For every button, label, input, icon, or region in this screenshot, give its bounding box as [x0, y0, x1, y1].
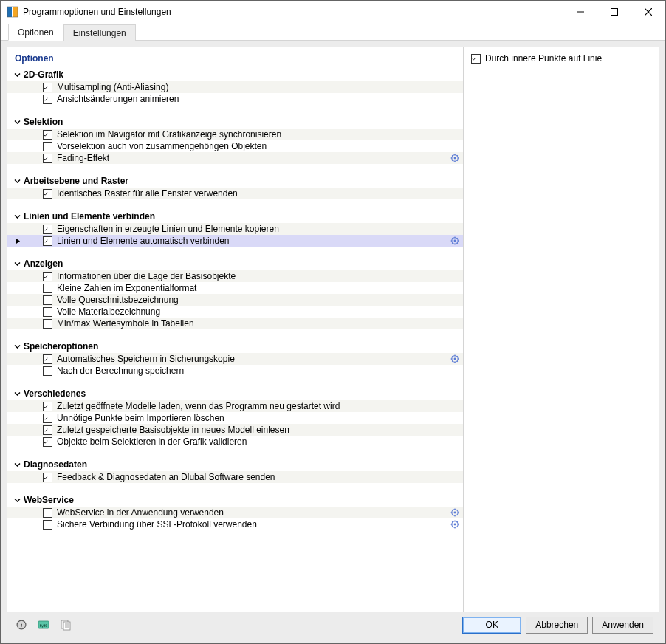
tabstrip: Optionen Einstellungen: [1, 23, 665, 41]
option-row[interactable]: Automatisches Speichern in Sicherungskop…: [7, 353, 463, 365]
option-row[interactable]: Nach der Berechnung speichern: [7, 365, 463, 377]
option-row[interactable]: Volle Querschnittsbezeichnung: [7, 294, 463, 306]
option-row[interactable]: Eigenschaften in erzeugte Linien und Ele…: [7, 223, 463, 235]
group-header[interactable]: Linien und Elemente verbinden: [7, 210, 463, 223]
group-label: Verschiedenes: [24, 388, 86, 399]
chevron-down-icon: [13, 71, 21, 78]
checkbox[interactable]: [43, 83, 52, 92]
option-row[interactable]: Fading-Effekt: [7, 152, 463, 164]
gear-icon[interactable]: [447, 520, 463, 529]
gear-icon[interactable]: [447, 508, 463, 517]
checkbox[interactable]: [43, 354, 52, 364]
cancel-button[interactable]: Abbrechen: [526, 617, 588, 634]
group-header[interactable]: Arbeitsebene und Raster: [7, 174, 463, 188]
ok-button[interactable]: OK: [462, 617, 521, 634]
group-header[interactable]: Verschiedenes: [7, 387, 463, 400]
checkbox[interactable]: [43, 520, 52, 530]
group-header[interactable]: Selektion: [7, 115, 463, 129]
tab-einstellungen[interactable]: Einstellungen: [63, 24, 136, 41]
option-row[interactable]: Informationen über die Lage der Basisobj…: [7, 270, 463, 282]
gear-icon[interactable]: [447, 154, 463, 162]
checkbox[interactable]: [43, 425, 52, 435]
help-icon[interactable]: i: [13, 616, 30, 634]
apply-button[interactable]: Anwenden: [592, 617, 653, 634]
checkbox[interactable]: [43, 307, 52, 317]
panel-title: Optionen: [7, 50, 463, 68]
option-row[interactable]: Identisches Raster für alle Fenster verw…: [7, 188, 463, 199]
group-header[interactable]: WebService: [7, 493, 463, 507]
option-label: Identisches Raster für alle Fenster verw…: [57, 188, 447, 199]
maximize-button[interactable]: [597, 1, 631, 23]
group-header[interactable]: Anzeigen: [7, 257, 463, 270]
svg-line-44: [452, 510, 453, 510]
group-label: Speicheroptionen: [24, 341, 98, 352]
detail-option-row[interactable]: Durch innere Punkte auf Linie: [468, 52, 654, 65]
svg-rect-4: [611, 9, 618, 16]
checkbox[interactable]: [43, 402, 52, 411]
option-row[interactable]: WebService in der Anwendung verwenden: [7, 507, 463, 518]
option-row[interactable]: Linien und Elemente automatisch verbinde…: [7, 235, 463, 247]
gear-icon[interactable]: [447, 236, 463, 245]
svg-rect-64: [63, 622, 70, 630]
option-row[interactable]: Feedback & Diagnosedaten an Dlubal Softw…: [7, 471, 463, 483]
window-title: Programmoptionen und Einstellungen: [23, 7, 563, 17]
group-header[interactable]: Diagnosedaten: [7, 458, 463, 471]
defaults-icon[interactable]: [57, 616, 75, 634]
option-row[interactable]: Zuletzt geöffnete Modelle laden, wenn da…: [7, 400, 463, 412]
checkbox[interactable]: [43, 189, 52, 199]
svg-line-37: [452, 361, 453, 362]
checkbox[interactable]: [43, 295, 52, 305]
tab-optionen[interactable]: Optionen: [8, 24, 63, 41]
checkbox[interactable]: [43, 236, 52, 246]
options-tree[interactable]: Optionen 2D-GrafikMultisampling (Anti-Al…: [7, 47, 464, 612]
checkbox[interactable]: [43, 284, 52, 293]
svg-point-49: [454, 524, 456, 526]
button-label: OK: [486, 620, 498, 630]
option-row[interactable]: Sichere Verbindung über SSL-Protokoll ve…: [7, 518, 463, 530]
option-row[interactable]: Selektion im Navigator mit Grafikanzeige…: [7, 129, 463, 140]
svg-point-29: [454, 358, 456, 360]
checkbox[interactable]: [43, 508, 52, 518]
option-row[interactable]: Unnötige Punkte beim Importieren löschen: [7, 412, 463, 424]
option-label: Objekte beim Selektieren in der Grafik v…: [57, 436, 447, 447]
row-pointer-icon: [12, 239, 24, 244]
checkbox[interactable]: [43, 437, 52, 447]
svg-line-36: [457, 356, 458, 357]
checkbox[interactable]: [43, 225, 52, 234]
checkbox[interactable]: [43, 473, 52, 482]
group-header[interactable]: Speicheroptionen: [7, 340, 463, 353]
svg-marker-17: [16, 239, 20, 244]
option-label: Zuletzt geöffnete Modelle laden, wenn da…: [57, 401, 447, 411]
svg-line-54: [452, 521, 453, 522]
checkbox[interactable]: [43, 95, 52, 104]
option-row[interactable]: Kleine Zahlen im Exponentialformat: [7, 282, 463, 294]
checkbox[interactable]: [43, 414, 52, 423]
option-row[interactable]: Objekte beim Selektieren in der Grafik v…: [7, 436, 463, 448]
option-label: Zuletzt gespeicherte Basisobjekte in neu…: [57, 425, 447, 435]
option-row[interactable]: Multisampling (Anti-Aliasing): [7, 81, 463, 93]
option-label: Informationen über die Lage der Basisobj…: [57, 271, 447, 281]
minimize-button[interactable]: [563, 1, 597, 23]
svg-line-27: [452, 243, 453, 244]
detail-option-label: Durch innere Punkte auf Linie: [485, 53, 602, 64]
group-header[interactable]: 2D-Grafik: [7, 68, 463, 81]
group-label: Diagnosedaten: [24, 459, 87, 470]
option-row[interactable]: Volle Materialbezeichnung: [7, 306, 463, 318]
checkbox[interactable]: [43, 319, 52, 329]
option-row[interactable]: Min/max Wertesymbole in Tabellen: [7, 318, 463, 329]
checkbox[interactable]: [471, 54, 481, 64]
units-icon[interactable]: 0,00: [35, 616, 52, 634]
checkbox[interactable]: [43, 154, 52, 163]
option-row[interactable]: Ansichtsänderungen animieren: [7, 93, 463, 105]
gear-icon[interactable]: [447, 354, 463, 363]
option-label: Linien und Elemente automatisch verbinde…: [57, 236, 447, 246]
checkbox[interactable]: [43, 272, 52, 281]
svg-line-26: [457, 238, 458, 239]
checkbox[interactable]: [43, 130, 52, 140]
checkbox[interactable]: [43, 366, 52, 376]
checkbox[interactable]: [43, 142, 52, 151]
option-row[interactable]: Vorselektion auch von zusammengehörigen …: [7, 140, 463, 152]
titlebar: Programmoptionen und Einstellungen: [1, 1, 665, 23]
option-row[interactable]: Zuletzt gespeicherte Basisobjekte in neu…: [7, 424, 463, 436]
close-button[interactable]: [631, 1, 665, 23]
